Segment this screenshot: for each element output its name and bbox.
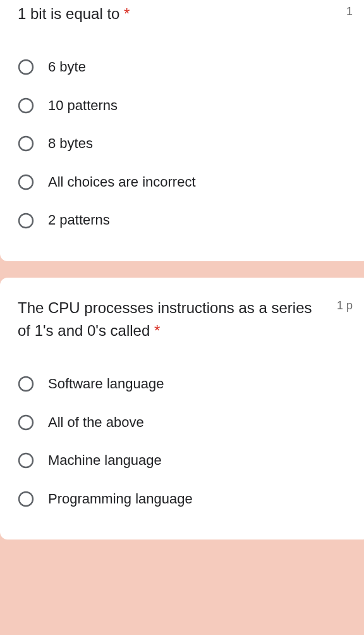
- radio-option[interactable]: 6 byte: [18, 48, 353, 87]
- question-points: 1: [346, 3, 353, 18]
- option-label: 6 byte: [48, 58, 86, 77]
- question-header: The CPU processes instructions as a seri…: [18, 297, 353, 342]
- radio-unchecked-icon: [18, 376, 34, 392]
- svg-point-1: [19, 99, 33, 113]
- radio-unchecked-icon: [18, 59, 34, 75]
- option-label: Machine language: [48, 452, 162, 470]
- radio-option[interactable]: All of the above: [18, 404, 353, 442]
- option-label: All of the above: [48, 414, 144, 432]
- radio-option[interactable]: 8 bytes: [18, 125, 353, 163]
- svg-point-5: [19, 377, 33, 391]
- required-asterisk: *: [124, 5, 130, 22]
- question-title: 1 bit is equal to *: [18, 3, 336, 25]
- svg-point-2: [19, 137, 33, 151]
- option-label: 8 bytes: [48, 135, 93, 153]
- svg-point-8: [19, 492, 33, 506]
- svg-point-7: [19, 453, 33, 467]
- option-label: Software language: [48, 375, 164, 393]
- radio-unchecked-icon: [18, 213, 34, 229]
- radio-option[interactable]: 2 patterns: [18, 201, 353, 240]
- radio-unchecked-icon: [18, 452, 34, 469]
- radio-option[interactable]: Programming language: [18, 480, 353, 519]
- required-asterisk: *: [154, 322, 160, 339]
- svg-point-3: [19, 175, 33, 189]
- question-title: The CPU processes instructions as a seri…: [18, 297, 327, 342]
- svg-point-6: [19, 416, 33, 429]
- question-card: The CPU processes instructions as a seri…: [0, 278, 364, 539]
- question-title-text: 1 bit is equal to: [18, 5, 119, 22]
- radio-unchecked-icon: [18, 97, 34, 114]
- radio-unchecked-icon: [18, 491, 34, 507]
- svg-point-4: [19, 214, 33, 228]
- radio-option[interactable]: Software language: [18, 365, 353, 404]
- svg-point-0: [19, 60, 33, 74]
- radio-option[interactable]: Machine language: [18, 441, 353, 480]
- question-title-text: The CPU processes instructions as a seri…: [18, 299, 312, 339]
- radio-unchecked-icon: [18, 174, 34, 190]
- question-header: 1 bit is equal to * 1: [18, 3, 353, 25]
- question-card: 1 bit is equal to * 1 6 byte 10 patterns…: [0, 0, 364, 261]
- option-label: All choices are incorrect: [48, 173, 196, 192]
- question-points: 1 p: [337, 297, 353, 312]
- option-label: 10 patterns: [48, 97, 118, 115]
- radio-unchecked-icon: [18, 414, 34, 431]
- radio-option[interactable]: All choices are incorrect: [18, 163, 353, 202]
- radio-unchecked-icon: [18, 135, 34, 152]
- radio-option[interactable]: 10 patterns: [18, 87, 353, 125]
- option-label: Programming language: [48, 490, 193, 509]
- option-label: 2 patterns: [48, 211, 110, 230]
